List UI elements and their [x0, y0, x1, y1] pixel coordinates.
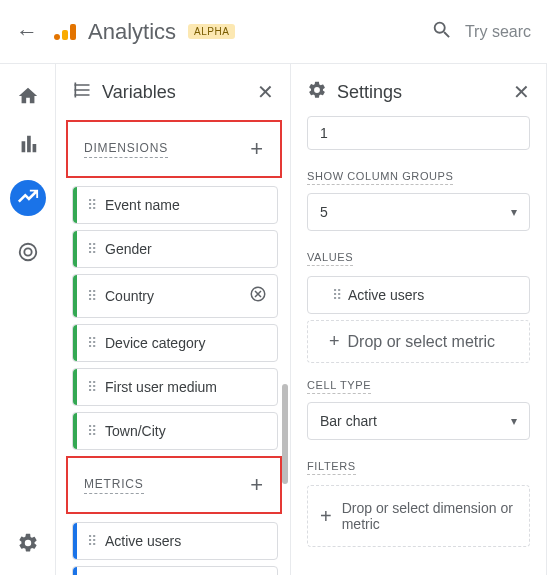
search-input[interactable]: Try searc: [465, 23, 531, 41]
drag-handle-icon[interactable]: ⠿: [87, 533, 95, 549]
add-metric-icon[interactable]: +: [250, 472, 264, 498]
values-label: VALUES: [307, 251, 353, 266]
value-chip-active-users[interactable]: ⠿ Active users: [307, 276, 530, 314]
row-input[interactable]: 1: [307, 116, 530, 150]
metrics-label: METRICS: [84, 477, 144, 494]
dimensions-highlight-box: DIMENSIONS +: [66, 120, 282, 178]
remove-chip-icon[interactable]: [249, 285, 267, 307]
drag-handle-icon[interactable]: ⠿: [332, 287, 340, 303]
drop-metric-slot[interactable]: + Drop or select metric: [307, 320, 530, 363]
chip-label: Country: [105, 288, 154, 304]
show-column-groups-select[interactable]: 5 ▾: [307, 193, 530, 231]
drop-text: Drop or select dimension or metric: [342, 500, 517, 532]
cell-type-select[interactable]: Bar chart ▾: [307, 402, 530, 440]
select-value: 5: [320, 204, 328, 220]
variables-icon: [72, 80, 92, 104]
drag-handle-icon[interactable]: ⠿: [87, 379, 95, 395]
nav-explore-icon[interactable]: [10, 180, 46, 216]
settings-icon: [307, 80, 327, 104]
metrics-highlight-box: METRICS +: [66, 456, 282, 514]
drag-handle-icon[interactable]: ⠿: [87, 197, 95, 213]
close-variables-button[interactable]: ✕: [257, 80, 274, 104]
nav-advertising-icon[interactable]: [16, 240, 40, 264]
app-title: Analytics: [88, 19, 176, 45]
scrollbar[interactable]: [282, 384, 288, 484]
dimension-chip-gender[interactable]: ⠿Gender: [72, 230, 278, 268]
chip-label: Gender: [105, 241, 152, 257]
dimensions-header[interactable]: DIMENSIONS +: [84, 136, 264, 162]
chip-label: First user medium: [105, 379, 217, 395]
nav-home-icon[interactable]: [16, 84, 40, 108]
drag-handle-icon[interactable]: ⠿: [87, 241, 95, 257]
ghost-background-text: Analytics · GA4: [250, 20, 387, 43]
chevron-down-icon: ▾: [511, 414, 517, 428]
dimension-chip-device-category[interactable]: ⠿Device category: [72, 324, 278, 362]
dimensions-label: DIMENSIONS: [84, 141, 168, 158]
plus-icon: +: [329, 331, 340, 352]
metric-chip-event-count[interactable]: ⠿Event count: [72, 566, 278, 575]
metrics-header[interactable]: METRICS +: [84, 472, 264, 498]
chevron-down-icon: ▾: [511, 205, 517, 219]
dimension-chip-event-name[interactable]: ⠿Event name: [72, 186, 278, 224]
search-icon[interactable]: [431, 19, 453, 45]
chip-label: Active users: [348, 287, 424, 303]
drop-text: Drop or select metric: [348, 333, 496, 351]
dimension-chip-town-city[interactable]: ⠿Town/City: [72, 412, 278, 450]
close-settings-button[interactable]: ✕: [513, 80, 530, 104]
settings-title: Settings: [337, 82, 402, 103]
drag-handle-icon[interactable]: ⠿: [87, 335, 95, 351]
chip-label: Device category: [105, 335, 205, 351]
chip-label: Town/City: [105, 423, 166, 439]
select-value: Bar chart: [320, 413, 377, 429]
dimension-chip-first-user-medium[interactable]: ⠿First user medium: [72, 368, 278, 406]
show-column-groups-label: SHOW COLUMN GROUPS: [307, 170, 453, 185]
add-dimension-icon[interactable]: +: [250, 136, 264, 162]
chip-label: Event name: [105, 197, 180, 213]
nav-reports-icon[interactable]: [16, 132, 40, 156]
nav-admin-icon[interactable]: [16, 531, 40, 555]
variables-title: Variables: [102, 82, 176, 103]
back-arrow[interactable]: ←: [16, 19, 38, 45]
drop-filter-slot[interactable]: + Drop or select dimension or metric: [307, 485, 530, 547]
drag-handle-icon[interactable]: ⠿: [87, 288, 95, 304]
drag-handle-icon[interactable]: ⠿: [87, 423, 95, 439]
chip-label: Active users: [105, 533, 181, 549]
dimension-chip-country[interactable]: ⠿Country: [72, 274, 278, 318]
plus-icon: +: [320, 505, 332, 528]
cell-type-label: CELL TYPE: [307, 379, 371, 394]
analytics-logo: [54, 24, 76, 40]
alpha-badge: ALPHA: [188, 24, 235, 39]
filters-label: FILTERS: [307, 460, 356, 475]
metric-chip-active-users[interactable]: ⠿Active users: [72, 522, 278, 560]
